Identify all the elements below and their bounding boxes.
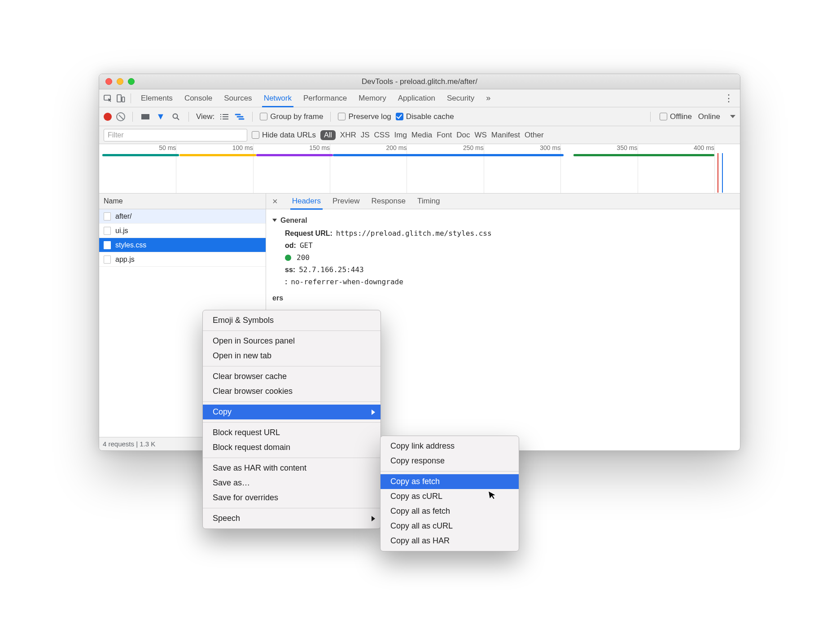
request-url-key: Request URL: [285, 229, 332, 238]
inspect-element-icon[interactable] [103, 93, 114, 104]
panel-tabbar: Elements Console Sources Network Perform… [99, 89, 740, 107]
svg-point-3 [173, 114, 178, 118]
filter-img[interactable]: Img [394, 131, 407, 140]
tabs-overflow-icon[interactable]: » [486, 93, 490, 103]
menu-open-new-tab[interactable]: Open in new tab [203, 348, 381, 363]
cursor-icon [487, 489, 498, 501]
menu-speech[interactable]: Speech [203, 511, 381, 526]
referrer-policy-value: no-referrer-when-downgrade [291, 278, 403, 286]
request-method-key: od: [285, 242, 296, 250]
detail-tab-timing[interactable]: Timing [417, 197, 440, 206]
tab-security[interactable]: Security [447, 94, 474, 103]
menu-open-sources[interactable]: Open in Sources panel [203, 334, 381, 348]
tab-console[interactable]: Console [184, 94, 212, 103]
tick: 200 ms [386, 144, 407, 151]
offline-checkbox[interactable]: Offline [660, 112, 692, 121]
hide-data-urls-checkbox[interactable]: Hide data URLs [252, 131, 316, 140]
request-row[interactable]: ui.js [99, 224, 266, 238]
request-row[interactable]: after/ [99, 209, 266, 224]
submenu-copy-as-curl[interactable]: Copy as cURL [381, 489, 519, 504]
filter-ws[interactable]: WS [474, 131, 486, 140]
detail-tab-headers[interactable]: Headers [292, 197, 321, 206]
status-dot-icon [285, 255, 291, 261]
filter-all[interactable]: All [320, 130, 336, 140]
detail-tab-response[interactable]: Response [371, 197, 406, 206]
request-method-value: GET [300, 241, 313, 250]
submenu-copy-link[interactable]: Copy link address [381, 439, 519, 454]
filter-doc[interactable]: Doc [456, 131, 470, 140]
devtools-window: DevTools - preload.glitch.me/after/ Elem… [99, 74, 740, 451]
filter-input[interactable]: Filter [104, 129, 247, 141]
group-by-frame-checkbox[interactable]: Group by frame [260, 112, 323, 121]
submenu-copy-as-fetch[interactable]: Copy as fetch [381, 474, 519, 489]
referrer-policy-key: : [285, 278, 287, 286]
search-icon[interactable] [171, 111, 181, 122]
filter-bar: Filter Hide data URLs All XHR JS CSS Img… [99, 126, 740, 144]
tick: 50 ms [159, 144, 176, 151]
titlebar: DevTools - preload.glitch.me/after/ [99, 74, 740, 89]
menu-copy[interactable]: Copy [203, 405, 381, 419]
tick: 100 ms [232, 144, 253, 151]
filter-other[interactable]: Other [525, 131, 544, 140]
tick: 400 ms [694, 144, 714, 151]
view-list-icon[interactable] [219, 111, 230, 122]
menu-block-domain[interactable]: Block request domain [203, 440, 381, 455]
detail-tab-preview[interactable]: Preview [332, 197, 359, 206]
menu-save-overrides[interactable]: Save for overrides [203, 490, 381, 505]
tab-application[interactable]: Application [398, 94, 435, 103]
submenu-copy-all-har[interactable]: Copy all as HAR [381, 533, 519, 548]
tab-network[interactable]: Network [264, 94, 292, 103]
tab-memory[interactable]: Memory [359, 94, 386, 103]
status-code-value: 200 [297, 253, 310, 262]
view-label: View: [196, 112, 214, 121]
filter-xhr[interactable]: XHR [340, 131, 356, 140]
network-toolbar: ▼ View: Group by frame Preserve log Disa… [99, 107, 740, 126]
menu-clear-cache[interactable]: Clear browser cache [203, 369, 381, 384]
close-details-icon[interactable]: × [272, 196, 278, 207]
preserve-log-checkbox[interactable]: Preserve log [338, 112, 391, 121]
filter-js[interactable]: JS [361, 131, 370, 140]
capture-screenshot-icon[interactable] [140, 111, 151, 122]
menu-save-as[interactable]: Save as… [203, 476, 381, 490]
timeline-overview[interactable]: 50 ms 100 ms 150 ms 200 ms 250 ms 300 ms… [99, 144, 740, 194]
submenu-copy-all-curl[interactable]: Copy all as cURL [381, 519, 519, 533]
response-headers-section[interactable]: ers [272, 294, 732, 302]
request-url-value: https://preload.glitch.me/styles.css [336, 229, 492, 238]
request-row[interactable]: styles.css [99, 238, 266, 252]
general-section[interactable]: General [272, 216, 732, 225]
request-row[interactable]: app.js [99, 252, 266, 267]
svg-line-4 [177, 118, 179, 120]
throttling-dropdown-icon[interactable] [730, 115, 735, 118]
device-toolbar-icon[interactable] [115, 93, 126, 104]
tab-sources[interactable]: Sources [224, 94, 252, 103]
file-icon [104, 241, 111, 249]
settings-kebab-icon[interactable]: ⋮ [724, 93, 734, 104]
context-menu: Emoji & Symbols Open in Sources panel Op… [202, 310, 381, 529]
clear-icon[interactable] [116, 112, 125, 121]
menu-save-har[interactable]: Save as HAR with content [203, 461, 381, 476]
disclosure-triangle-icon [272, 219, 277, 222]
filter-font[interactable]: Font [437, 131, 452, 140]
filter-icon[interactable]: ▼ [155, 111, 166, 122]
remote-address-key: ss: [285, 266, 295, 274]
filter-media[interactable]: Media [411, 131, 432, 140]
menu-clear-cookies[interactable]: Clear browser cookies [203, 384, 381, 399]
submenu-copy-all-fetch[interactable]: Copy all as fetch [381, 504, 519, 519]
submenu-copy-response[interactable]: Copy response [381, 454, 519, 468]
name-column-header[interactable]: Name [99, 194, 266, 209]
tick: 150 ms [309, 144, 330, 151]
filter-manifest[interactable]: Manifest [491, 131, 520, 140]
throttling-select[interactable]: Online [698, 112, 720, 121]
tick: 250 ms [463, 144, 484, 151]
menu-emoji-symbols[interactable]: Emoji & Symbols [203, 313, 381, 328]
disable-cache-checkbox[interactable]: Disable cache [396, 112, 454, 121]
tab-elements[interactable]: Elements [141, 94, 173, 103]
filter-css[interactable]: CSS [374, 131, 390, 140]
record-icon[interactable] [104, 113, 112, 121]
menu-block-url[interactable]: Block request URL [203, 425, 381, 440]
tab-performance[interactable]: Performance [303, 94, 347, 103]
file-icon [104, 212, 111, 220]
svg-rect-2 [122, 97, 125, 102]
view-waterfall-icon[interactable] [234, 111, 245, 122]
copy-submenu: Copy link address Copy response Copy as … [380, 436, 519, 551]
